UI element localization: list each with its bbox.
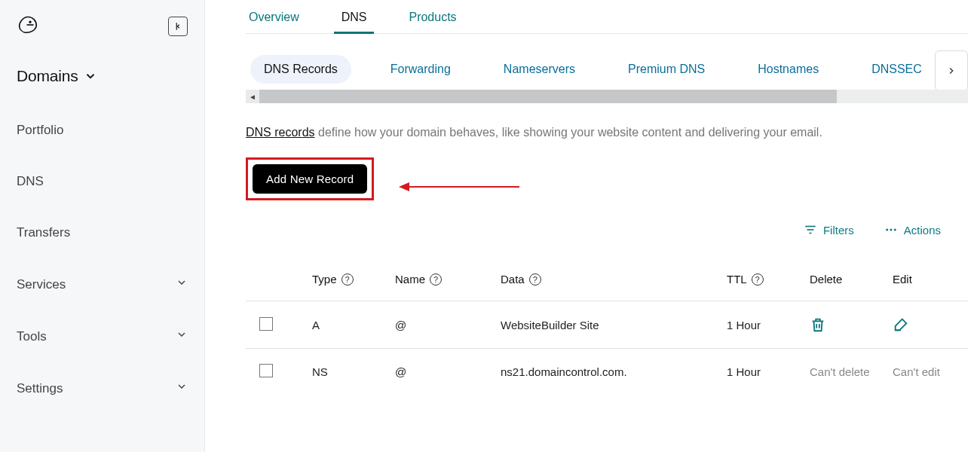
col-name: Name ? <box>395 273 501 286</box>
row-checkbox[interactable] <box>259 317 273 331</box>
svg-point-3 <box>886 229 888 231</box>
row-name: @ <box>395 319 501 331</box>
row-ttl: 1 Hour <box>727 365 810 378</box>
scrollbar-left-arrow-icon[interactable]: ◄ <box>246 90 259 103</box>
dns-description: DNS records define how your domain behav… <box>246 126 968 139</box>
subnav-scroll-right-button[interactable] <box>935 50 968 91</box>
brand-logo-icon <box>17 14 39 38</box>
table-row: NS @ ns21.domaincontrol.com. 1 Hour Can'… <box>246 349 968 395</box>
subnav-scrollbar[interactable]: ◄ <box>246 90 968 103</box>
row-checkbox-cell <box>259 364 312 380</box>
chevron-down-icon <box>176 380 188 396</box>
sidebar-item-transfers[interactable]: Transfers <box>0 207 204 258</box>
tab-label: Overview <box>249 11 299 23</box>
filter-icon <box>804 223 817 237</box>
col-type: Type ? <box>312 273 395 286</box>
row-name: @ <box>395 365 501 378</box>
subnav-forwarding[interactable]: Forwarding <box>377 55 464 84</box>
top-tabs: Overview DNS Products <box>246 0 968 34</box>
actions-button[interactable]: Actions <box>884 223 941 237</box>
subnav-label: DNS Records <box>264 63 338 75</box>
chevron-down-icon <box>176 328 188 344</box>
sidebar-item-label: Settings <box>17 381 63 396</box>
subnav: DNS Records Forwarding Nameservers Premi… <box>246 55 968 84</box>
sidebar-item-portfolio[interactable]: Portfolio <box>0 105 204 156</box>
filters-label: Filters <box>823 224 854 237</box>
svg-point-4 <box>890 229 892 231</box>
row-edit-cell <box>893 316 968 333</box>
sidebar-top <box>0 14 204 61</box>
subnav-wrap: DNS Records Forwarding Nameservers Premi… <box>246 55 968 103</box>
subnav-premium-dns[interactable]: Premium DNS <box>614 55 718 84</box>
sidebar-item-services[interactable]: Services <box>0 258 204 310</box>
help-icon[interactable]: ? <box>752 273 764 286</box>
filters-button[interactable]: Filters <box>804 223 854 237</box>
sidebar-heading-domains[interactable]: Domains <box>0 61 204 105</box>
sidebar-item-tools[interactable]: Tools <box>0 310 204 362</box>
subnav-label: Premium DNS <box>628 63 705 75</box>
sidebar-item-settings[interactable]: Settings <box>0 362 204 414</box>
chevron-down-icon <box>84 69 97 83</box>
main-content: Overview DNS Products DNS Records Forwar… <box>205 0 980 452</box>
svg-marker-2 <box>399 182 409 191</box>
collapse-sidebar-button[interactable] <box>168 17 188 36</box>
tab-overview[interactable]: Overview <box>246 11 302 33</box>
subnav-label: Nameservers <box>504 63 575 75</box>
table-row: A @ WebsiteBuilder Site 1 Hour <box>246 301 968 349</box>
annotation-arrow-icon <box>399 179 519 194</box>
edit-icon[interactable] <box>893 316 909 333</box>
tab-label: Products <box>409 11 456 23</box>
scrollbar-track-end <box>837 90 968 103</box>
help-icon[interactable]: ? <box>341 273 354 286</box>
help-icon[interactable]: ? <box>529 273 541 286</box>
chevron-right-icon <box>946 66 957 76</box>
dns-records-link[interactable]: DNS records <box>246 126 315 139</box>
col-label: Data <box>501 273 525 286</box>
row-type: A <box>312 319 395 331</box>
sidebar-item-label: Tools <box>17 329 47 344</box>
col-label: Delete <box>810 273 842 286</box>
sidebar-item-label: DNS <box>17 174 44 189</box>
row-data: ns21.domaincontrol.com. <box>501 365 727 378</box>
subnav-label: DNSSEC <box>871 63 922 75</box>
dns-description-text: define how your domain behaves, like sho… <box>315 126 822 139</box>
subnav-dnssec[interactable]: DNSSEC <box>858 55 936 84</box>
svg-point-5 <box>894 229 896 231</box>
add-new-record-button[interactable]: Add New Record <box>253 164 367 194</box>
chevron-down-icon <box>176 276 188 292</box>
actions-label: Actions <box>904 224 941 237</box>
col-edit: Edit <box>893 273 968 286</box>
col-label: Edit <box>893 273 912 286</box>
tab-label: DNS <box>341 11 367 23</box>
row-type: NS <box>312 365 395 378</box>
sidebar-item-label: Transfers <box>17 225 70 240</box>
sidebar-item-label: Services <box>17 277 66 292</box>
col-ttl: TTL ? <box>727 273 810 286</box>
subnav-nameservers[interactable]: Nameservers <box>490 55 589 84</box>
help-icon[interactable]: ? <box>430 273 442 286</box>
subnav-dns-records[interactable]: DNS Records <box>250 55 351 84</box>
col-label: TTL <box>727 273 747 286</box>
row-checkbox[interactable] <box>259 364 273 377</box>
tab-dns[interactable]: DNS <box>338 11 370 33</box>
row-delete-disabled: Can't delete <box>810 365 893 378</box>
col-label: Type <box>312 273 337 286</box>
records-toolbar: Filters Actions <box>246 223 968 237</box>
dns-records-table: Type ? Name ? Data ? TTL ? Delete Edit <box>246 258 968 395</box>
col-data: Data ? <box>501 273 727 286</box>
svg-point-0 <box>29 21 31 23</box>
add-record-highlight-box: Add New Record <box>246 157 374 200</box>
row-edit-disabled: Can't edit <box>893 365 968 378</box>
sidebar-item-dns[interactable]: DNS <box>0 156 204 207</box>
col-delete: Delete <box>810 273 893 286</box>
sidebar-heading-label: Domains <box>17 67 78 85</box>
sidebar: Domains Portfolio DNS Transfers Services… <box>0 0 205 452</box>
trash-icon[interactable] <box>810 316 826 333</box>
subnav-hostnames[interactable]: Hostnames <box>744 55 832 84</box>
col-label: Name <box>395 273 425 286</box>
tab-products[interactable]: Products <box>406 11 459 33</box>
row-checkbox-cell <box>259 317 312 333</box>
row-delete-cell <box>810 316 893 333</box>
subnav-label: Hostnames <box>758 63 819 75</box>
table-header-row: Type ? Name ? Data ? TTL ? Delete Edit <box>246 258 968 301</box>
